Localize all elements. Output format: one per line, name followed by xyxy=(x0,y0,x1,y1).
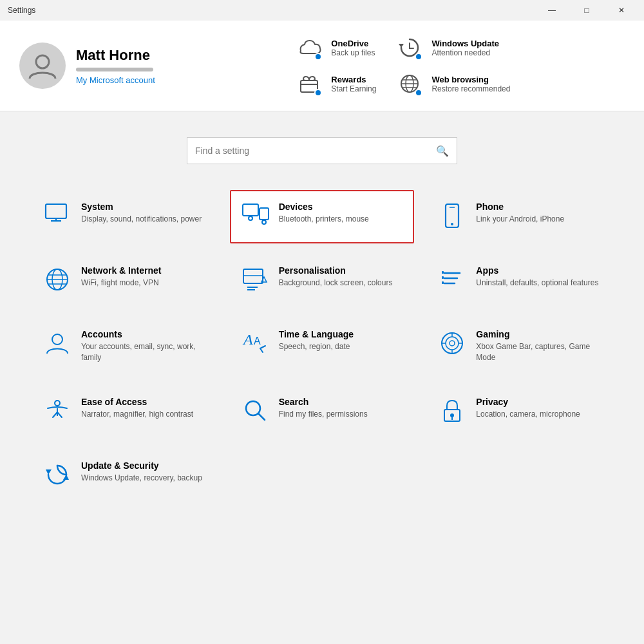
personalisation-icon xyxy=(242,267,269,296)
onedrive-title: OneDrive xyxy=(331,39,375,48)
rewards-sub: Start Earning xyxy=(331,84,376,93)
search-setting-desc: Find my files, permissions xyxy=(279,409,368,420)
titlebar-title: Settings xyxy=(8,6,35,15)
network-desc: WiFi, flight mode, VPN xyxy=(81,278,161,289)
phone-icon xyxy=(439,203,466,232)
minimize-button[interactable]: — xyxy=(537,0,567,21)
setting-time[interactable]: A A Time & Language Speech, region, date xyxy=(230,317,415,375)
personalisation-desc: Background, lock screen, colours xyxy=(279,278,393,289)
search-setting-title: Search xyxy=(279,397,368,407)
ease-text: Ease of Access Narrator, magnifier, high… xyxy=(81,397,193,420)
header-panel: Matt Horne My Microsoft account OneDrive… xyxy=(0,21,644,111)
personalisation-title: Personalisation xyxy=(279,265,393,276)
notif-web-browsing[interactable]: Web browsing Restore recommended xyxy=(395,70,510,98)
web-browsing-sub: Restore recommended xyxy=(431,84,510,93)
search-input[interactable] xyxy=(195,146,431,156)
notif-rewards[interactable]: Rewards Start Earning xyxy=(295,70,376,98)
titlebar-controls: — □ ✕ xyxy=(537,0,636,21)
notif-group-right: Windows Update Attention needed xyxy=(395,33,510,98)
phone-desc: Link your Android, iPhone xyxy=(476,214,564,225)
svg-rect-10 xyxy=(243,204,258,216)
setting-network[interactable]: Network & Internet WiFi, flight mode, VP… xyxy=(32,254,217,307)
notifications-area: OneDrive Back up files Rewards xyxy=(181,33,625,98)
setting-update[interactable]: Update & Security Windows Update, recove… xyxy=(32,449,217,502)
ease-title: Ease of Access xyxy=(81,397,193,407)
svg-point-12 xyxy=(249,216,252,220)
gaming-text: Gaming Xbox Game Bar, captures, Game Mod… xyxy=(476,329,600,363)
setting-gaming[interactable]: Gaming Xbox Game Bar, captures, Game Mod… xyxy=(427,317,612,375)
onedrive-sub: Back up files xyxy=(331,48,375,57)
user-section: Matt Horne My Microsoft account xyxy=(19,43,181,89)
setting-phone[interactable]: Phone Link your Android, iPhone xyxy=(427,190,612,243)
rewards-icon-wrap xyxy=(295,70,323,98)
windows-update-icon-wrap xyxy=(395,33,424,62)
accounts-title: Accounts xyxy=(81,329,205,339)
setting-accounts[interactable]: Accounts Your accounts, email, sync, wor… xyxy=(32,317,217,375)
devices-text: Devices Bluetooth, printers, mouse xyxy=(279,202,369,225)
user-name: Matt Horne xyxy=(76,47,155,64)
devices-desc: Bluetooth, printers, mouse xyxy=(279,214,369,225)
svg-point-42 xyxy=(55,401,60,406)
windows-update-text: Windows Update Attention needed xyxy=(431,39,499,57)
setting-ease[interactable]: Ease of Access Narrator, magnifier, high… xyxy=(32,385,217,439)
time-text: Time & Language Speech, region, date xyxy=(279,329,354,352)
svg-line-44 xyxy=(53,412,57,417)
rewards-text: Rewards Start Earning xyxy=(331,75,376,93)
time-desc: Speech, region, date xyxy=(279,341,354,352)
web-browsing-icon-wrap xyxy=(395,70,424,98)
ease-icon xyxy=(44,398,71,426)
svg-point-15 xyxy=(451,223,453,225)
notif-windows-update[interactable]: Windows Update Attention needed xyxy=(395,33,510,62)
system-title: System xyxy=(81,202,202,212)
system-icon xyxy=(44,203,71,228)
time-title: Time & Language xyxy=(279,329,354,339)
setting-search[interactable]: Search Find my files, permissions xyxy=(230,385,415,439)
setting-apps[interactable]: Apps Uninstall, defaults, optional featu… xyxy=(427,254,612,307)
svg-point-32 xyxy=(52,334,62,345)
privacy-icon xyxy=(439,398,466,427)
maximize-button[interactable]: □ xyxy=(572,0,601,21)
update-icon xyxy=(44,462,71,491)
apps-desc: Uninstall, defaults, optional features xyxy=(476,278,598,289)
network-text: Network & Internet WiFi, flight mode, VP… xyxy=(81,265,161,289)
web-browsing-title: Web browsing xyxy=(431,75,510,84)
user-bar-decoration xyxy=(76,68,153,71)
update-text: Update & Security Windows Update, recove… xyxy=(81,460,202,484)
apps-title: Apps xyxy=(476,265,598,276)
svg-rect-29 xyxy=(442,271,444,274)
user-avatar-icon xyxy=(27,50,58,81)
accounts-desc: Your accounts, email, sync, work, family xyxy=(81,341,205,363)
close-button[interactable]: ✕ xyxy=(607,0,636,21)
notif-group-left: OneDrive Back up files Rewards xyxy=(295,33,376,98)
titlebar: Settings — □ ✕ xyxy=(0,0,644,21)
svg-text:A: A xyxy=(242,331,253,348)
phone-text: Phone Link your Android, iPhone xyxy=(476,202,564,225)
system-desc: Display, sound, notifications, power xyxy=(81,214,202,225)
svg-rect-30 xyxy=(442,276,444,279)
privacy-desc: Location, camera, microphone xyxy=(476,409,580,420)
network-icon xyxy=(44,267,71,296)
setting-personalisation[interactable]: Personalisation Background, lock screen,… xyxy=(230,254,415,307)
time-icon: A A xyxy=(242,330,269,358)
accounts-icon xyxy=(44,330,71,358)
microsoft-account-link[interactable]: My Microsoft account xyxy=(76,75,155,85)
settings-grid: System Display, sound, notifications, po… xyxy=(32,190,612,502)
update-desc: Windows Update, recovery, backup xyxy=(81,473,202,484)
user-info: Matt Horne My Microsoft account xyxy=(76,47,155,85)
svg-point-13 xyxy=(262,220,266,224)
onedrive-text: OneDrive Back up files xyxy=(331,39,375,57)
accounts-text: Accounts Your accounts, email, sync, wor… xyxy=(81,329,205,363)
svg-line-45 xyxy=(57,412,62,417)
setting-system[interactable]: System Display, sound, notifications, po… xyxy=(32,190,217,243)
svg-line-47 xyxy=(258,413,265,420)
onedrive-icon-wrap xyxy=(295,33,323,62)
setting-privacy[interactable]: Privacy Location, camera, microphone xyxy=(427,385,612,439)
main-content: 🔍 System Display, sound, notifications, … xyxy=(0,111,644,515)
windows-update-title: Windows Update xyxy=(431,39,499,48)
notif-onedrive[interactable]: OneDrive Back up files xyxy=(295,33,376,62)
setting-devices[interactable]: Devices Bluetooth, printers, mouse xyxy=(230,190,415,243)
svg-text:A: A xyxy=(254,336,261,346)
devices-title: Devices xyxy=(279,202,369,212)
svg-rect-31 xyxy=(442,281,444,284)
windows-update-sub: Attention needed xyxy=(431,48,499,57)
